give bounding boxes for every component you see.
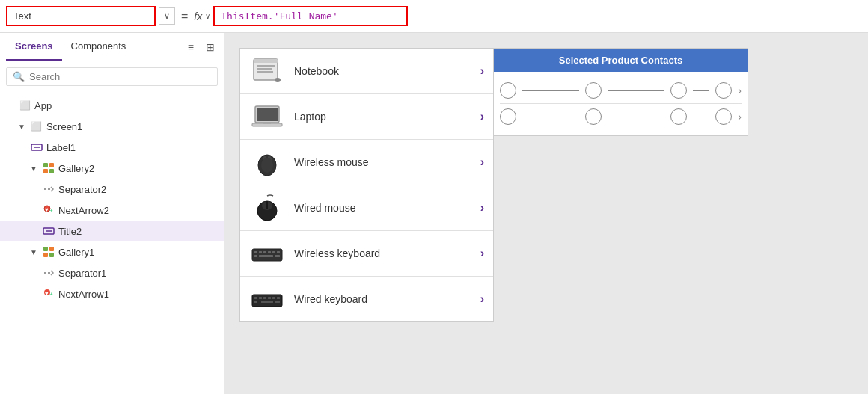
selected-panel-content: › › bbox=[494, 72, 748, 135]
contact-line-6 bbox=[693, 117, 710, 117]
tree-item-separator1[interactable]: Separator1 bbox=[0, 262, 224, 283]
contact-circle-5 bbox=[500, 108, 516, 125]
tree-label-separator1: Separator1 bbox=[58, 268, 106, 279]
svg-rect-23 bbox=[257, 65, 275, 67]
svg-rect-16 bbox=[49, 253, 54, 257]
gallery1-icon bbox=[42, 245, 55, 259]
product-item-wired-keyboard[interactable]: Wired keyboard › bbox=[240, 277, 493, 321]
svg-text:♥: ♥ bbox=[45, 206, 49, 213]
tree-label-gallery1: Gallery1 bbox=[58, 247, 94, 258]
tree-item-screen1[interactable]: ▼ ⬜ Screen1 bbox=[0, 116, 224, 137]
contact-line-4 bbox=[522, 117, 579, 117]
gallery2-icon bbox=[42, 161, 55, 175]
contact-circle-7 bbox=[670, 108, 687, 125]
expand-screen1[interactable]: ▼ bbox=[18, 123, 25, 131]
fx-box: fx ∨ bbox=[194, 10, 210, 22]
separator1-icon bbox=[42, 266, 55, 280]
text-input[interactable] bbox=[6, 6, 156, 26]
search-icon: 🔍 bbox=[13, 71, 25, 82]
screen-icon: ⬜ bbox=[30, 120, 43, 133]
svg-rect-4 bbox=[43, 169, 48, 173]
laptop-icon bbox=[249, 102, 285, 132]
tree-item-separator2[interactable]: Separator2 bbox=[0, 179, 224, 200]
contact-circle-3 bbox=[670, 82, 687, 99]
tab-screens[interactable]: Screens bbox=[6, 33, 62, 61]
fx-chevron[interactable]: ∨ bbox=[205, 12, 210, 20]
svg-rect-3 bbox=[49, 163, 54, 167]
svg-rect-51 bbox=[254, 297, 257, 299]
wired-keyboard-arrow: › bbox=[480, 292, 484, 306]
svg-rect-2 bbox=[43, 163, 48, 167]
expand-gallery1[interactable]: ▼ bbox=[30, 248, 37, 256]
contact-circle-4 bbox=[715, 82, 732, 99]
svg-rect-49 bbox=[275, 255, 280, 257]
product-name-wired-mouse: Wired mouse bbox=[294, 202, 471, 214]
svg-text:+: + bbox=[49, 291, 53, 298]
svg-rect-52 bbox=[259, 297, 262, 299]
tree-item-app[interactable]: ⬜ App bbox=[0, 95, 224, 116]
wireless-keyboard-icon bbox=[249, 238, 285, 268]
grid-view-icon[interactable]: ⊞ bbox=[203, 40, 218, 55]
selected-panel: Selected Product Contacts › bbox=[494, 48, 748, 136]
product-item-notebook[interactable]: Notebook › bbox=[240, 49, 493, 94]
svg-rect-22 bbox=[254, 59, 278, 63]
product-name-laptop: Laptop bbox=[294, 111, 471, 123]
product-item-wired-mouse[interactable]: Wired mouse › bbox=[240, 185, 493, 231]
search-input[interactable] bbox=[29, 71, 211, 82]
tree-item-nextarrow2[interactable]: ♥ + NextArrow2 bbox=[0, 200, 224, 221]
search-box: 🔍 bbox=[6, 67, 218, 86]
product-item-wireless-keyboard[interactable]: Wireless keyboard › bbox=[240, 231, 493, 277]
contact-circle-6 bbox=[585, 108, 602, 125]
wired-mouse-arrow: › bbox=[480, 201, 484, 215]
tab-components[interactable]: Components bbox=[62, 33, 135, 61]
tree-item-label1[interactable]: Label1 bbox=[0, 137, 224, 158]
svg-rect-14 bbox=[49, 247, 54, 251]
expand-gallery2[interactable]: ▼ bbox=[30, 164, 37, 173]
tree-label-nextarrow2: NextArrow2 bbox=[58, 205, 109, 216]
svg-rect-48 bbox=[261, 255, 273, 257]
svg-rect-54 bbox=[268, 297, 271, 299]
tree-label-app: App bbox=[34, 100, 52, 111]
svg-point-26 bbox=[275, 78, 281, 82]
contact-line-2 bbox=[608, 90, 664, 91]
notebook-icon bbox=[249, 56, 285, 86]
svg-rect-59 bbox=[275, 301, 280, 303]
tree-item-gallery1[interactable]: ▼ Gallery1 bbox=[0, 241, 224, 262]
tab-icons: ≡ ⊞ bbox=[185, 40, 218, 55]
svg-rect-40 bbox=[259, 251, 262, 253]
formula-input[interactable] bbox=[213, 6, 408, 26]
product-item-laptop[interactable]: Laptop › bbox=[240, 94, 493, 140]
svg-rect-58 bbox=[261, 301, 273, 303]
toolbar-left: ∨ = fx ∨ bbox=[6, 6, 408, 26]
tree-label-nextarrow1: NextArrow1 bbox=[58, 289, 109, 300]
dropdown-button[interactable]: ∨ bbox=[159, 7, 175, 25]
sidebar: Screens Components ≡ ⊞ 🔍 ⬜ App ▼ bbox=[0, 33, 224, 394]
tree-item-title2[interactable]: Title2 bbox=[0, 221, 224, 241]
product-item-wireless-mouse[interactable]: Wireless mouse › bbox=[240, 140, 493, 185]
contact-circle-1 bbox=[500, 82, 516, 99]
notebook-arrow: › bbox=[480, 64, 484, 78]
contact-line-1 bbox=[522, 90, 579, 91]
svg-rect-28 bbox=[257, 108, 278, 121]
main-area: Screens Components ≡ ⊞ 🔍 ⬜ App ▼ bbox=[0, 33, 868, 394]
list-view-icon[interactable]: ≡ bbox=[185, 40, 197, 55]
selected-panel-header: Selected Product Contacts bbox=[494, 49, 748, 72]
svg-rect-45 bbox=[254, 255, 257, 257]
contact-line-3 bbox=[693, 90, 710, 91]
svg-text:♥: ♥ bbox=[45, 290, 49, 297]
svg-rect-39 bbox=[254, 251, 257, 253]
toolbar: ∨ = fx ∨ bbox=[0, 0, 868, 33]
svg-rect-55 bbox=[272, 297, 275, 299]
svg-rect-56 bbox=[277, 297, 280, 299]
product-name-wireless-keyboard: Wireless keyboard bbox=[294, 247, 471, 259]
product-list: Notebook › Laptop › bbox=[239, 48, 494, 322]
contact-row1-arrow: › bbox=[738, 84, 742, 96]
svg-rect-13 bbox=[43, 247, 48, 251]
tree-label-gallery2: Gallery2 bbox=[58, 163, 94, 174]
svg-rect-44 bbox=[277, 251, 280, 253]
product-name-notebook: Notebook bbox=[294, 65, 471, 77]
nextarrow1-icon: ♥ + bbox=[42, 287, 55, 301]
tree-item-gallery2[interactable]: ▼ Gallery2 bbox=[0, 158, 224, 179]
tree-item-nextarrow1[interactable]: ♥ + NextArrow1 bbox=[0, 283, 224, 304]
svg-rect-42 bbox=[268, 251, 271, 253]
